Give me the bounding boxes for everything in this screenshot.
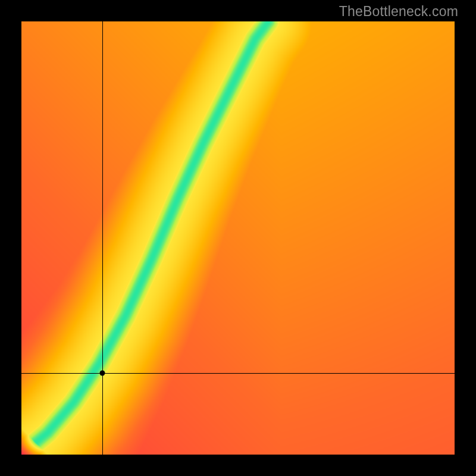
watermark-text: TheBottleneck.com [339, 4, 458, 20]
marker-dot [100, 371, 105, 376]
crosshair-vertical [102, 21, 103, 455]
heatmap-canvas [21, 21, 455, 455]
crosshair-horizontal [21, 373, 455, 374]
heatmap-plot [21, 21, 455, 455]
